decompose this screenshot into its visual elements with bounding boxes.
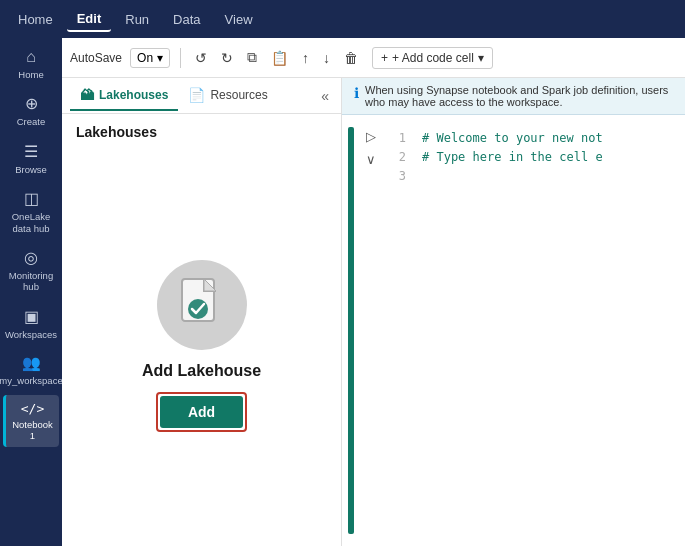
add-code-cell-button[interactable]: + + Add code cell ▾	[372, 47, 493, 69]
onelake-icon: ◫	[24, 189, 39, 208]
create-icon: ⊕	[25, 94, 38, 113]
nav-view[interactable]: View	[215, 8, 263, 31]
editor-area: ℹ When using Synapse notebook and Spark …	[342, 78, 685, 546]
panel-tabs: 🏔 Lakehouses 📄 Resources «	[62, 78, 341, 114]
nav-home[interactable]: Home	[8, 8, 63, 31]
line-number-1: 1	[390, 129, 406, 148]
nav-edit[interactable]: Edit	[67, 7, 112, 32]
run-cell-button[interactable]: ▷	[364, 127, 378, 146]
sidebar-item-workspaces[interactable]: ▣ Workspaces	[3, 301, 59, 346]
autosave-value: On	[137, 51, 153, 65]
autosave-label: AutoSave	[70, 51, 122, 65]
delete-button[interactable]: 🗑	[340, 48, 362, 68]
chevron-down-icon: ▾	[157, 51, 163, 65]
add-lakehouse-button[interactable]: Add	[160, 396, 243, 428]
code-editor[interactable]: 1 # Welcome to your new not 2 # Type her…	[382, 123, 685, 538]
tab-resources-label: Resources	[210, 88, 267, 102]
lakehouse-tab-icon: 🏔	[80, 87, 94, 103]
add-cell-label: + Add code cell	[392, 51, 474, 65]
lakehouse-empty-state: Add Lakehouse Add	[62, 146, 341, 546]
line-number-2: 2	[390, 148, 406, 167]
toolbar-divider-1	[180, 48, 181, 68]
sidebar-item-notebook[interactable]: </> Notebook 1	[3, 395, 59, 448]
undo-button[interactable]: ↺	[191, 48, 211, 68]
main-layout: ⌂ Home ⊕ Create ☰ Browse ◫ OneLake data …	[0, 38, 685, 546]
info-banner-text: When using Synapse notebook and Spark jo…	[365, 84, 673, 108]
notebook-body: 🏔 Lakehouses 📄 Resources « Lakehouses	[62, 78, 685, 546]
line-number-3: 3	[390, 167, 406, 186]
autosave-dropdown[interactable]: On ▾	[130, 48, 170, 68]
sidebar-item-create[interactable]: ⊕ Create	[3, 88, 59, 133]
file-checkmark-svg	[178, 277, 226, 333]
nav-run[interactable]: Run	[115, 8, 159, 31]
sidebar-label-browse: Browse	[15, 164, 47, 175]
line-code-2: # Type here in the cell e	[422, 148, 603, 167]
code-line-2: 2 # Type here in the cell e	[390, 148, 677, 167]
notebook-icon: </>	[21, 401, 44, 416]
code-line-3: 3	[390, 167, 677, 186]
add-cell-chevron: ▾	[478, 51, 484, 65]
sidebar-item-home[interactable]: ⌂ Home	[3, 42, 59, 86]
toolbar: AutoSave On ▾ ↺ ↻ ⧉ 📋 ↑ ↓ 🗑 + + Add code…	[62, 38, 685, 78]
add-lakehouse-title: Add Lakehouse	[142, 362, 261, 380]
sidebar-label-create: Create	[17, 116, 46, 127]
add-lakehouse-icon	[157, 260, 247, 350]
top-nav-bar: Home Edit Run Data View	[0, 0, 685, 38]
code-line-1: 1 # Welcome to your new not	[390, 129, 677, 148]
cell-active-bar	[348, 127, 354, 534]
copy-button[interactable]: ⧉	[243, 47, 261, 68]
content-area: AutoSave On ▾ ↺ ↻ ⧉ 📋 ↑ ↓ 🗑 + + Add code…	[62, 38, 685, 546]
left-sidebar: ⌂ Home ⊕ Create ☰ Browse ◫ OneLake data …	[0, 38, 62, 546]
resources-tab-icon: 📄	[188, 87, 205, 103]
sidebar-item-myworkspace[interactable]: 👥 my_workspace	[3, 348, 59, 392]
cell-menu-button[interactable]: ∨	[364, 150, 378, 169]
info-icon: ℹ	[354, 85, 359, 101]
tab-lakehouses[interactable]: 🏔 Lakehouses	[70, 81, 178, 111]
home-icon: ⌂	[26, 48, 36, 66]
sidebar-label-notebook: Notebook 1	[10, 419, 55, 442]
tab-lakehouses-label: Lakehouses	[99, 88, 168, 102]
paste-button[interactable]: 📋	[267, 48, 292, 68]
workspaces-icon: ▣	[24, 307, 39, 326]
cell-controls: ▷ ∨	[360, 123, 382, 538]
plus-icon: +	[381, 51, 388, 65]
sidebar-label-home: Home	[18, 69, 43, 80]
sidebar-label-monitoring: Monitoring hub	[7, 270, 55, 293]
add-button-wrapper: Add	[156, 392, 247, 432]
collapse-panel-button[interactable]: «	[317, 86, 333, 106]
sidebar-item-browse[interactable]: ☰ Browse	[3, 136, 59, 181]
move-up-button[interactable]: ↑	[298, 48, 313, 68]
lakehouse-panel: 🏔 Lakehouses 📄 Resources « Lakehouses	[62, 78, 342, 546]
nav-data[interactable]: Data	[163, 8, 210, 31]
sidebar-item-onelake[interactable]: ◫ OneLake data hub	[3, 183, 59, 240]
info-banner: ℹ When using Synapse notebook and Spark …	[342, 78, 685, 115]
sidebar-label-workspaces: Workspaces	[5, 329, 57, 340]
code-cell-area: ▷ ∨ 1 # Welcome to your new not 2 # Type…	[342, 115, 685, 546]
line-code-1: # Welcome to your new not	[422, 129, 603, 148]
redo-button[interactable]: ↻	[217, 48, 237, 68]
monitoring-icon: ◎	[24, 248, 38, 267]
panel-section-title: Lakehouses	[62, 114, 341, 146]
tab-resources[interactable]: 📄 Resources	[178, 81, 277, 111]
browse-icon: ☰	[24, 142, 38, 161]
myworkspace-icon: 👥	[22, 354, 41, 372]
sidebar-item-monitoring[interactable]: ◎ Monitoring hub	[3, 242, 59, 299]
sidebar-label-onelake: OneLake data hub	[7, 211, 55, 234]
sidebar-label-myworkspace: my_workspace	[0, 375, 63, 386]
move-down-button[interactable]: ↓	[319, 48, 334, 68]
